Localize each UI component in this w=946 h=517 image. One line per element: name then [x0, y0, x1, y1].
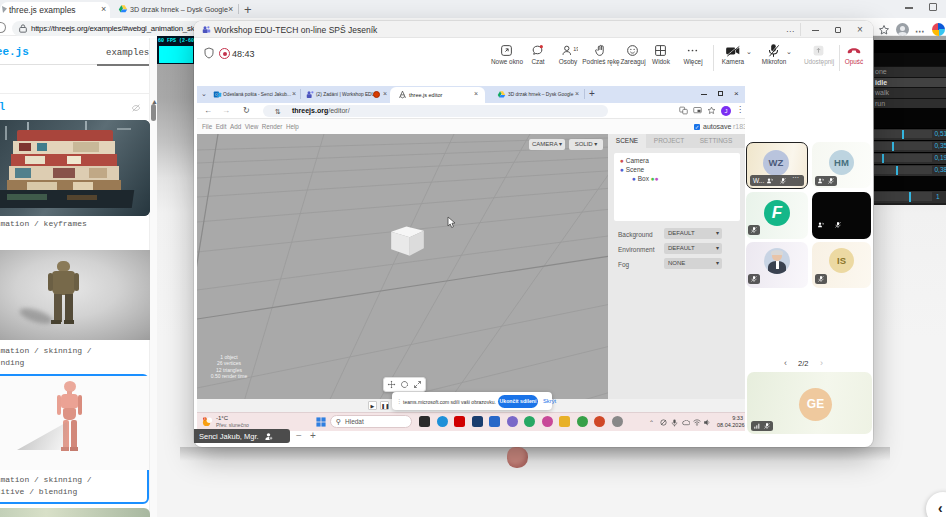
svg-text:19: 19	[573, 46, 578, 52]
svg-text:3: 3	[204, 417, 206, 421]
svg-text:O: O	[215, 93, 218, 97]
